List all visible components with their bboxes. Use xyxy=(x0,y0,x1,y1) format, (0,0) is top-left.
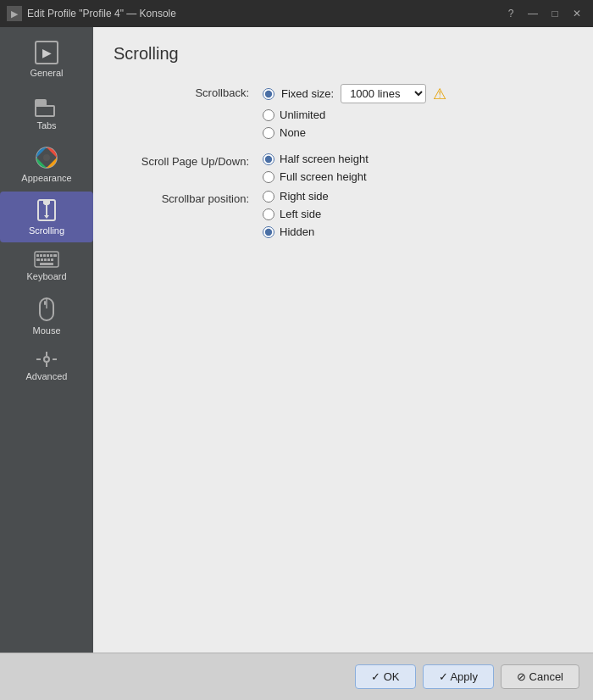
ok-button[interactable]: ✓ OK xyxy=(355,664,415,689)
sidebar-item-scrolling[interactable]: Scrolling xyxy=(0,192,93,242)
unlimited-radio[interactable] xyxy=(263,109,274,121)
sidebar-item-appearance[interactable]: Appearance xyxy=(0,139,93,190)
sidebar-item-label-appearance: Appearance xyxy=(21,173,71,183)
scrolling-icon xyxy=(35,198,58,222)
cancel-button[interactable]: ⊘ Cancel xyxy=(501,664,579,689)
left-side-label[interactable]: Left side xyxy=(280,208,321,220)
scrollbar-position-label: Scrollbar position: xyxy=(114,190,249,205)
close-button[interactable]: ✕ xyxy=(568,4,586,23)
scrollbar-position-group: Scrollbar position: Right side Left side… xyxy=(114,190,573,238)
apply-button[interactable]: ✓ Apply xyxy=(423,664,494,689)
svg-rect-12 xyxy=(50,254,53,257)
tabs-icon xyxy=(35,93,58,117)
none-row: None xyxy=(263,126,446,139)
svg-rect-9 xyxy=(40,254,42,257)
sidebar-item-advanced[interactable]: Advanced xyxy=(0,344,93,388)
sidebar-item-general[interactable]: ▶ General xyxy=(0,34,93,85)
sidebar-item-label-mouse: Mouse xyxy=(32,325,60,336)
sidebar-item-label-general: General xyxy=(30,68,63,78)
full-screen-label[interactable]: Full screen height xyxy=(280,170,367,183)
svg-rect-22 xyxy=(44,301,46,305)
svg-marker-6 xyxy=(44,215,49,219)
svg-point-1 xyxy=(43,154,50,161)
titlebar: ▶ Edit Profile "Profile 4" — Konsole ? —… xyxy=(0,0,593,27)
scroll-page-label: Scroll Page Up/Down: xyxy=(114,153,249,168)
app-icon: ▶ xyxy=(7,6,22,21)
advanced-icon xyxy=(35,351,58,368)
half-screen-radio[interactable] xyxy=(263,153,274,165)
sidebar-item-label-tabs: Tabs xyxy=(36,120,56,131)
unlimited-row: Unlimited xyxy=(263,108,446,121)
svg-rect-19 xyxy=(40,263,53,265)
general-icon: ▶ xyxy=(35,41,58,64)
window-title: Edit Profile "Profile 4" — Konsole xyxy=(27,8,176,19)
scrollbar-position-controls: Right side Left side Hidden xyxy=(263,190,329,238)
unlimited-label[interactable]: Unlimited xyxy=(280,108,325,121)
svg-rect-14 xyxy=(36,258,40,261)
full-screen-radio[interactable] xyxy=(263,171,274,183)
scroll-page-group: Scroll Page Up/Down: Half screen height … xyxy=(114,153,573,183)
warning-icon: ⚠ xyxy=(433,85,446,103)
right-side-row: Right side xyxy=(263,190,329,203)
none-radio[interactable] xyxy=(263,127,274,139)
svg-rect-18 xyxy=(51,258,53,261)
mouse-icon xyxy=(37,297,56,322)
hidden-label[interactable]: Hidden xyxy=(280,225,314,238)
sidebar-item-keyboard[interactable]: Keyboard xyxy=(0,244,93,288)
size-dropdown[interactable]: 1000 lines 100 lines 500 lines 5000 line… xyxy=(341,84,426,103)
svg-point-23 xyxy=(44,357,49,362)
scroll-page-controls: Half screen height Full screen height xyxy=(263,153,369,183)
half-screen-row: Half screen height xyxy=(263,153,369,165)
maximize-button[interactable]: □ xyxy=(546,4,564,23)
fixed-size-radio[interactable] xyxy=(263,88,274,100)
svg-rect-16 xyxy=(44,258,47,261)
svg-rect-10 xyxy=(43,254,46,257)
hidden-radio[interactable] xyxy=(263,226,274,238)
hidden-row: Hidden xyxy=(263,225,329,238)
appearance-icon xyxy=(35,146,58,169)
fixed-size-label[interactable]: Fixed size: xyxy=(281,87,334,100)
full-screen-row: Full screen height xyxy=(263,170,369,183)
sidebar-item-label-scrolling: Scrolling xyxy=(29,225,64,236)
titlebar-controls[interactable]: ? — □ ✕ xyxy=(502,4,586,23)
right-side-label[interactable]: Right side xyxy=(280,190,329,203)
half-screen-label[interactable]: Half screen height xyxy=(280,153,369,165)
scrollback-label: Scrollback: xyxy=(114,84,249,99)
svg-rect-17 xyxy=(47,258,50,261)
content-area: Scrolling Scrollback: Fixed size: 1000 l… xyxy=(93,27,593,653)
page-title: Scrolling xyxy=(114,44,573,64)
scrollback-controls: Fixed size: 1000 lines 100 lines 500 lin… xyxy=(263,84,446,139)
main-layout: ▶ General Tabs Appearance xyxy=(0,27,593,653)
sidebar: ▶ General Tabs Appearance xyxy=(0,27,93,653)
scrollback-group: Scrollback: Fixed size: 1000 lines 100 l… xyxy=(114,84,573,139)
svg-rect-13 xyxy=(53,254,57,257)
minimize-button[interactable]: — xyxy=(524,4,542,23)
keyboard-icon xyxy=(34,251,59,268)
left-side-row: Left side xyxy=(263,208,329,220)
sidebar-item-mouse[interactable]: Mouse xyxy=(0,290,93,342)
right-side-radio[interactable] xyxy=(263,191,274,203)
bottom-bar: ✓ OK ✓ Apply ⊘ Cancel xyxy=(0,653,593,700)
sidebar-item-tabs[interactable]: Tabs xyxy=(0,86,93,137)
svg-rect-15 xyxy=(41,258,43,261)
svg-rect-8 xyxy=(36,254,39,257)
sidebar-item-label-advanced: Advanced xyxy=(26,371,68,381)
fixed-size-row: Fixed size: 1000 lines 100 lines 500 lin… xyxy=(263,84,446,103)
none-label[interactable]: None xyxy=(280,126,306,139)
help-button[interactable]: ? xyxy=(502,4,520,23)
svg-rect-11 xyxy=(47,254,49,257)
left-side-radio[interactable] xyxy=(263,208,274,220)
titlebar-left: ▶ Edit Profile "Profile 4" — Konsole xyxy=(7,6,176,21)
sidebar-item-label-keyboard: Keyboard xyxy=(26,271,66,281)
